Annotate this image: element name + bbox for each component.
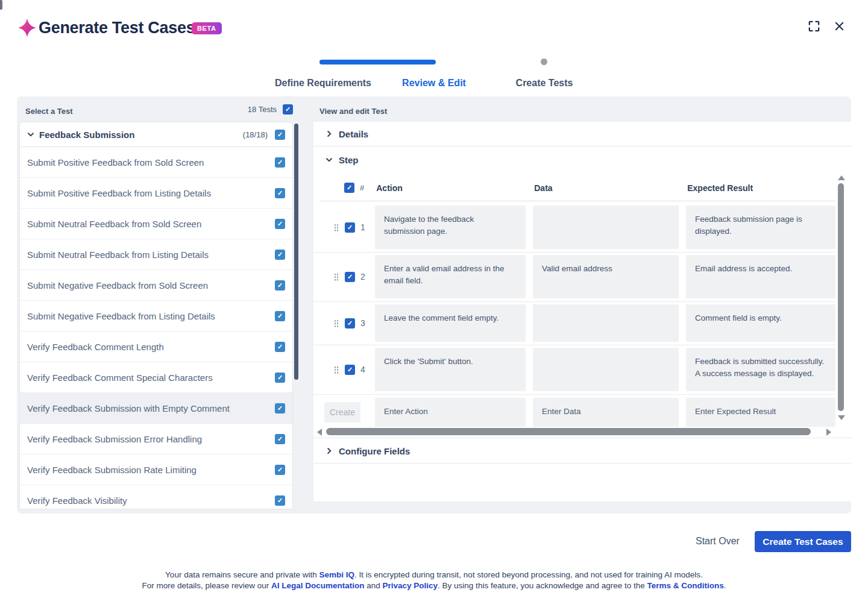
item-checkbox[interactable]: [275, 280, 285, 291]
chevron-down-icon: [326, 156, 333, 163]
test-list-item[interactable]: Verify Feedback Submission Rate Limiting: [20, 454, 292, 485]
select-all-steps-checkbox[interactable]: [344, 183, 354, 193]
test-name: Submit Neutral Feedback from Sold Screen: [27, 219, 275, 229]
column-data: Data: [534, 183, 680, 193]
step-label: Step: [339, 155, 359, 165]
sembi-iq-link[interactable]: Sembi IQ: [319, 570, 355, 579]
step-horizontal-scrollbar[interactable]: [326, 428, 811, 435]
scroll-up-arrow[interactable]: [838, 175, 845, 180]
expected-input[interactable]: Enter Expected Result: [686, 398, 835, 427]
expected-cell[interactable]: Feedback submission page is displayed.: [686, 206, 835, 249]
item-checkbox[interactable]: [275, 495, 285, 506]
test-group-header[interactable]: Feedback Submission (18/18): [20, 122, 292, 147]
create-step-button[interactable]: Create: [324, 402, 360, 423]
step-section-header[interactable]: Step: [313, 148, 851, 172]
test-list-item[interactable]: Submit Positive Feedback from Listing De…: [20, 178, 292, 209]
drag-handle-icon[interactable]: [334, 224, 339, 231]
item-checkbox[interactable]: [275, 157, 285, 168]
action-input[interactable]: Enter Action: [375, 398, 526, 427]
item-checkbox[interactable]: [275, 250, 285, 260]
column-num: #: [360, 183, 364, 192]
test-name: Submit Neutral Feedback from Listing Det…: [27, 250, 275, 260]
legal-text: .: [724, 581, 726, 590]
row-divider: [313, 345, 835, 345]
item-checkbox[interactable]: [275, 219, 285, 229]
group-checkbox[interactable]: [275, 130, 285, 140]
drag-handle-icon[interactable]: [334, 319, 339, 327]
test-list-item[interactable]: Verify Feedback Visibility: [20, 485, 292, 509]
data-cell[interactable]: Valid email address: [533, 255, 679, 298]
expected-cell[interactable]: Comment field is empty.: [686, 304, 835, 342]
step-checkbox[interactable]: [345, 272, 355, 282]
item-checkbox[interactable]: [275, 311, 285, 321]
step-vertical-scrollbar[interactable]: [838, 183, 844, 411]
legal-text: and: [365, 581, 383, 590]
scroll-right-arrow[interactable]: [826, 429, 831, 436]
step-number: 2: [360, 272, 365, 281]
row-divider: [313, 394, 835, 395]
step-row: 2 Enter a valid email address in the ema…: [319, 255, 835, 298]
configure-fields-section-header[interactable]: Configure Fields: [313, 439, 851, 464]
scroll-down-arrow[interactable]: [838, 415, 845, 420]
close-icon[interactable]: [834, 20, 845, 34]
action-cell[interactable]: Enter a valid email address in the email…: [375, 255, 526, 298]
item-checkbox[interactable]: [275, 373, 285, 383]
test-list-item[interactable]: Verify Feedback Comment Special Characte…: [20, 362, 292, 393]
item-checkbox[interactable]: [275, 188, 285, 198]
test-list-item[interactable]: Submit Negative Feedback from Sold Scree…: [20, 270, 292, 301]
privacy-policy-link[interactable]: Privacy Policy: [383, 581, 438, 590]
step-checkbox[interactable]: [345, 318, 355, 329]
drag-handle-icon[interactable]: [334, 273, 339, 281]
fullscreen-icon[interactable]: [807, 19, 821, 36]
test-list-item[interactable]: Submit Positive Feedback from Sold Scree…: [20, 147, 292, 178]
test-list-scrollbar[interactable]: [294, 124, 298, 380]
data-cell[interactable]: [533, 348, 679, 391]
action-cell[interactable]: Navigate to the feedback submission page…: [375, 206, 526, 249]
test-list: Feedback Submission (18/18) Submit Posit…: [19, 122, 293, 509]
test-list-item-selected[interactable]: Verify Feedback Submission with Empty Co…: [20, 393, 292, 424]
test-list-item[interactable]: Verify Feedback Submission Error Handlin…: [20, 424, 292, 454]
test-name: Verify Feedback Comment Length: [27, 342, 275, 352]
view-edit-test-label: View and edit Test: [319, 107, 387, 116]
details-label: Details: [339, 129, 368, 139]
step-checkbox[interactable]: [345, 222, 355, 233]
terms-conditions-link[interactable]: Terms & Conditions: [647, 581, 724, 590]
select-all-tests-checkbox[interactable]: [283, 104, 293, 115]
data-input[interactable]: Enter Data: [533, 398, 679, 427]
expected-cell[interactable]: Feedback is submitted successfully. A su…: [686, 348, 835, 391]
step-row: 3 Leave the comment field empty. Comment…: [319, 304, 835, 342]
item-checkbox[interactable]: [275, 434, 285, 444]
step-create-tests[interactable]: Create Tests: [516, 78, 573, 89]
column-expected: Expected Result: [687, 183, 753, 193]
test-list-item[interactable]: Submit Negative Feedback from Listing De…: [20, 301, 292, 332]
create-test-cases-button[interactable]: Create Test Cases: [755, 531, 851, 552]
scroll-left-arrow[interactable]: [317, 429, 322, 436]
drag-handle-icon[interactable]: [334, 366, 339, 374]
data-cell[interactable]: [533, 206, 679, 249]
generate-test-cases-dialog: Generate Test Cases BETA Define Requirem…: [0, 0, 868, 613]
legal-text: Your data remains secure and private wit…: [165, 570, 319, 579]
item-checkbox[interactable]: [275, 465, 285, 475]
test-list-item[interactable]: Submit Neutral Feedback from Sold Screen: [20, 209, 292, 239]
expected-cell[interactable]: Email address is accepted.: [686, 255, 835, 298]
test-list-item[interactable]: Verify Feedback Comment Length: [20, 332, 292, 362]
start-over-button[interactable]: Start Over: [696, 536, 740, 547]
action-cell[interactable]: Leave the comment field empty.: [375, 304, 526, 342]
test-name: Submit Positive Feedback from Listing De…: [27, 188, 275, 198]
data-cell[interactable]: [533, 304, 679, 342]
step-checkbox[interactable]: [345, 365, 355, 375]
test-list-item[interactable]: Submit Neutral Feedback from Listing Det…: [20, 239, 292, 270]
legal-text: . By using this feature, you acknowledge…: [438, 581, 647, 590]
tests-count-label: 18 Tests: [248, 105, 277, 114]
details-section-header[interactable]: Details: [313, 122, 851, 146]
item-checkbox[interactable]: [275, 342, 285, 352]
step-review-edit[interactable]: Review & Edit: [402, 78, 466, 89]
step-define-requirements[interactable]: Define Requirements: [275, 78, 371, 89]
test-name: Verify Feedback Visibility: [27, 495, 275, 506]
ai-legal-documentation-link[interactable]: AI Legal Documentation: [271, 581, 365, 590]
item-checkbox[interactable]: [275, 403, 285, 413]
action-cell[interactable]: Click the 'Submit' button.: [375, 348, 526, 391]
row-divider: [313, 252, 835, 253]
test-name: Submit Negative Feedback from Sold Scree…: [27, 280, 275, 291]
legal-line-2: For more details, please review our AI L…: [0, 581, 868, 590]
